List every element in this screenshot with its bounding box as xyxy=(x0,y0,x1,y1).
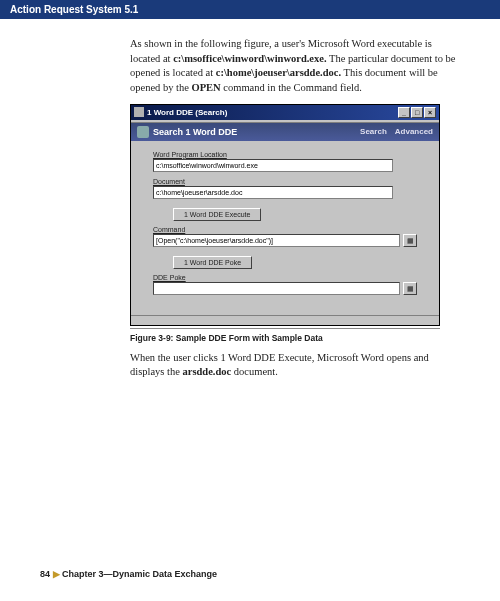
figure-rule xyxy=(130,328,440,329)
command-row: [Open("c:\home\joeuser\arsdde.doc")] ▦ xyxy=(153,234,417,247)
field-command: Command [Open("c:\home\joeuser\arsdde.do… xyxy=(153,226,417,247)
figure-caption: Figure 3-9: Sample DDE Form with Sample … xyxy=(130,333,460,343)
toolbar-advanced-link[interactable]: Advanced xyxy=(395,127,433,136)
doc-header: Action Request System 5.1 xyxy=(0,0,500,19)
outro-text-2: document. xyxy=(231,366,278,377)
window: 1 Word DDE (Search) _ □ × Search 1 Word … xyxy=(130,104,440,326)
outro-paragraph: When the user clicks 1 Word DDE Execute,… xyxy=(130,351,460,380)
command-input[interactable]: [Open("c:\home\joeuser\arsdde.doc")] xyxy=(153,234,400,247)
command-expand-button[interactable]: ▦ xyxy=(403,234,417,247)
window-title: 1 Word DDE (Search) xyxy=(147,108,398,117)
intro-open: OPEN xyxy=(192,82,221,93)
minimize-button[interactable]: _ xyxy=(398,107,410,118)
command-label: Command xyxy=(153,226,417,233)
page-number: 84 xyxy=(40,569,50,579)
dde-poke-input[interactable] xyxy=(153,282,400,295)
toolbar-right: Search Advanced xyxy=(360,127,433,136)
program-location-label: Word Program Location xyxy=(153,151,417,158)
intro-text-4: command in the Command field. xyxy=(221,82,362,93)
window-toolbar: Search 1 Word DDE Search Advanced xyxy=(131,123,439,141)
toolbar-title: Search 1 Word DDE xyxy=(153,127,360,137)
program-location-input[interactable]: c:\msoffice\winword\winword.exe xyxy=(153,159,393,172)
figure-wrap: 1 Word DDE (Search) _ □ × Search 1 Word … xyxy=(130,104,460,343)
page-content: As shown in the following figure, a user… xyxy=(0,19,500,380)
window-titlebar: 1 Word DDE (Search) _ □ × xyxy=(131,105,439,120)
intro-path-2: c:\home\joeuser\arsdde.doc. xyxy=(216,67,341,78)
execute-button[interactable]: 1 Word DDE Execute xyxy=(173,208,261,221)
intro-path-1: c:\msoffice\winword\winword.exe. xyxy=(173,53,326,64)
outro-text-1: When the user clicks 1 Word DDE Execute,… xyxy=(130,352,429,378)
footer-arrow-icon: ▶ xyxy=(53,569,60,579)
window-statusbar xyxy=(131,315,439,325)
page-footer: 84 ▶ Chapter 3—Dynamic Data Exchange xyxy=(40,569,217,579)
outro-filename: arsdde.doc xyxy=(183,366,232,377)
field-program-location: Word Program Location c:\msoffice\winwor… xyxy=(153,151,417,172)
toolbar-search-link[interactable]: Search xyxy=(360,127,387,136)
window-app-icon xyxy=(134,107,144,117)
form-body: Word Program Location c:\msoffice\winwor… xyxy=(131,141,439,315)
window-controls: _ □ × xyxy=(398,107,436,118)
dde-poke-expand-button[interactable]: ▦ xyxy=(403,282,417,295)
poke-button[interactable]: 1 Word DDE Poke xyxy=(173,256,252,269)
doc-header-title: Action Request System 5.1 xyxy=(10,4,138,15)
field-dde-poke: DDE Poke ▦ xyxy=(153,274,417,295)
footer-chapter: Chapter 3—Dynamic Data Exchange xyxy=(62,569,217,579)
close-button[interactable]: × xyxy=(424,107,436,118)
dde-poke-row: ▦ xyxy=(153,282,417,295)
dde-poke-label: DDE Poke xyxy=(153,274,417,281)
maximize-button[interactable]: □ xyxy=(411,107,423,118)
search-icon xyxy=(137,126,149,138)
intro-paragraph: As shown in the following figure, a user… xyxy=(130,37,460,96)
document-input[interactable]: c:\home\joeuser\arsdde.doc xyxy=(153,186,393,199)
field-document: Document c:\home\joeuser\arsdde.doc xyxy=(153,178,417,199)
document-label: Document xyxy=(153,178,417,185)
